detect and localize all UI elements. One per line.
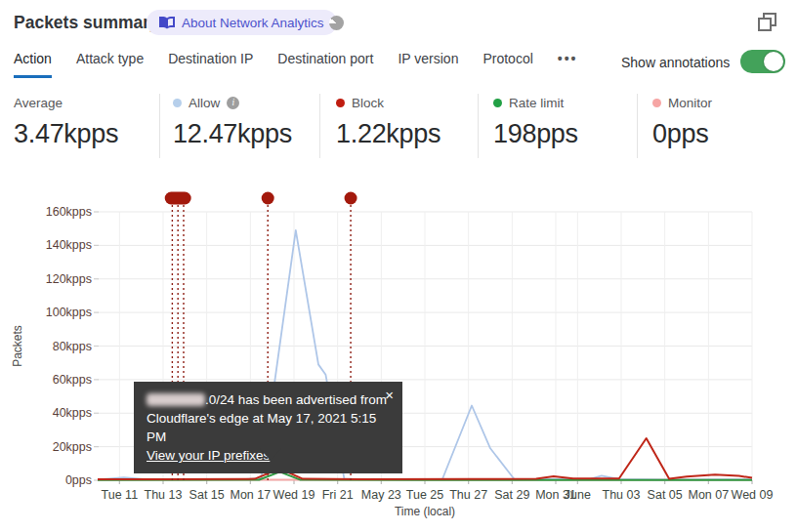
- tooltip-line1: .0/24 has been advertised from: [205, 392, 387, 407]
- x-axis-title: Time (local): [395, 505, 455, 518]
- annotation-marker-dot[interactable]: [345, 192, 357, 205]
- x-tick-label: Tue 25: [406, 488, 444, 502]
- x-tick-label: Fri 21: [322, 488, 354, 502]
- redacted-prefix: [147, 393, 205, 406]
- y-tick-label: 160kpps: [46, 205, 92, 219]
- annotation-marker-dot[interactable]: [262, 192, 274, 205]
- y-tick-label: 60kpps: [53, 373, 92, 387]
- x-tick-label: Mon 17: [230, 488, 271, 502]
- y-tick-label: 80kpps: [53, 340, 92, 353]
- x-tick-label: May 23: [361, 488, 401, 502]
- x-tick-label: Wed 19: [273, 488, 315, 502]
- y-axis-title: Packets: [11, 325, 24, 367]
- y-tick-label: 140kpps: [46, 238, 92, 252]
- y-tick-label: 20kpps: [53, 440, 92, 454]
- x-tick-label: Sat 05: [648, 488, 683, 502]
- x-tick-label: Sat 29: [494, 488, 529, 502]
- x-tick-label: Thu 27: [449, 488, 487, 502]
- annotation-marker-pill[interactable]: [165, 192, 191, 205]
- x-tick-label: Thu 03: [603, 488, 641, 502]
- y-tick-label: 40kpps: [53, 406, 92, 420]
- x-tick-label: Thu 13: [145, 488, 183, 502]
- tooltip-line2: Cloudflare's edge at May 17, 2021 5:15 P…: [147, 409, 390, 446]
- x-tick-label: Wed 09: [732, 488, 774, 502]
- y-tick-label: 100kpps: [46, 306, 92, 319]
- x-tick-label: June: [565, 488, 591, 502]
- y-tick-label: 0pps: [65, 473, 92, 487]
- x-tick-label: Mon 07: [688, 488, 729, 502]
- y-tick-label: 120kpps: [46, 272, 92, 286]
- x-tick-label: Sat 15: [189, 488, 225, 502]
- view-ip-prefixes-link[interactable]: View your IP prefixes: [147, 448, 270, 463]
- tooltip-pointer: [260, 448, 281, 461]
- x-tick-label: Tue 11: [102, 488, 139, 502]
- close-icon[interactable]: ×: [385, 385, 394, 405]
